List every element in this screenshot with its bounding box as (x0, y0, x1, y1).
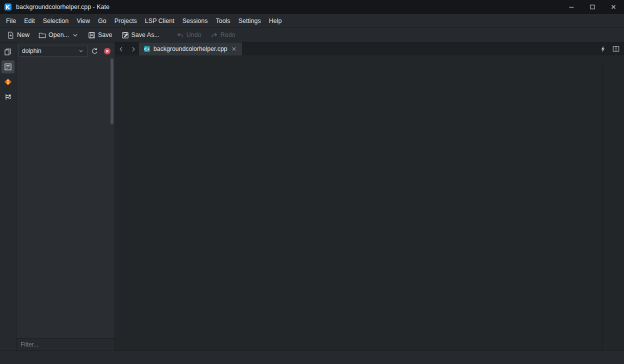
chevron-right-icon (130, 46, 136, 52)
save-as-label: Save As... (132, 31, 160, 38)
nav-back-button[interactable] (115, 42, 127, 55)
projects-icon (4, 63, 12, 71)
toolview-icon-strip (0, 42, 16, 351)
minimap[interactable] (602, 64, 624, 351)
minimize-button[interactable] (561, 0, 582, 14)
minimize-icon (568, 3, 575, 10)
menu-settings[interactable]: Settings (234, 15, 265, 26)
new-document-icon (7, 31, 14, 39)
project-selector-value: dolphin (22, 47, 42, 54)
undo-button[interactable]: Undo (172, 30, 206, 40)
maximize-icon (589, 3, 596, 10)
new-label: New (17, 31, 30, 38)
tab-bar: C+ backgroundcolorhelper.cpp (115, 42, 624, 55)
menu-go[interactable]: Go (94, 15, 110, 26)
code-editor[interactable] (115, 64, 602, 351)
projects-toolview-button[interactable] (2, 60, 14, 73)
editor-area: C+ backgroundcolorhelper.cpp (115, 42, 624, 351)
svg-text:C+: C+ (144, 47, 150, 51)
split-view-button[interactable] (610, 43, 622, 55)
open-label: Open... (48, 31, 69, 38)
documents-icon (4, 48, 12, 56)
kate-window: backgroundcolorhelper.cpp - Kate FileEdi… (0, 0, 624, 364)
menu-lsp-client[interactable]: LSP Client (141, 15, 178, 26)
window-controls (561, 0, 624, 14)
quick-open-button[interactable] (597, 43, 609, 55)
redo-label: Redo (220, 31, 236, 38)
menu-help[interactable]: Help (265, 15, 286, 26)
projects-sidebar: dolphin (16, 42, 115, 351)
undo-label: Undo (186, 31, 202, 38)
reload-project-button[interactable] (89, 45, 100, 56)
project-file-tree (16, 59, 114, 338)
menubar: FileEditSelectionViewGoProjectsLSP Clien… (0, 14, 624, 28)
breadcrumb (115, 55, 624, 64)
menu-view[interactable]: View (72, 15, 94, 26)
close-red-icon (104, 47, 111, 55)
lightning-icon (600, 45, 606, 52)
tab-title: backgroundcolorhelper.cpp (154, 45, 228, 52)
redo-icon (210, 31, 218, 39)
scrollbar-thumb[interactable] (110, 58, 114, 124)
close-icon (610, 3, 617, 10)
close-window-button[interactable] (603, 0, 624, 14)
symbols-icon (4, 93, 12, 101)
close-project-button[interactable] (102, 45, 112, 56)
chevron-down-icon (78, 48, 84, 54)
menu-sessions[interactable]: Sessions (178, 15, 212, 26)
save-as-button[interactable]: Save As... (118, 30, 164, 40)
sidebar-scrollbar[interactable] (110, 58, 114, 336)
refresh-icon (91, 47, 98, 55)
tabbar-actions (597, 42, 624, 55)
menu-tools[interactable]: Tools (212, 15, 234, 26)
main-area: dolphin C+ backgroundcolorhelper.cpp (0, 42, 624, 351)
save-as-icon (122, 31, 129, 39)
projects-sidebar-header: dolphin (16, 42, 114, 59)
tab-close-icon[interactable] (230, 45, 238, 52)
undo-icon (176, 31, 184, 39)
code-wrap (115, 64, 624, 351)
project-filter-input[interactable] (16, 338, 114, 351)
save-button[interactable]: Save (84, 30, 116, 40)
kate-logo-icon (4, 3, 12, 11)
chevron-down-icon (72, 31, 79, 39)
save-icon (88, 31, 96, 39)
tab-backgroundcolorhelper-cpp[interactable]: C+ backgroundcolorhelper.cpp (139, 42, 242, 55)
titlebar: backgroundcolorhelper.cpp - Kate (0, 0, 624, 14)
git-icon (4, 78, 12, 86)
symbols-toolview-button[interactable] (2, 90, 14, 103)
split-view-icon (612, 45, 620, 52)
nav-forward-button[interactable] (127, 42, 139, 55)
open-folder-icon (38, 31, 46, 39)
menu-projects[interactable]: Projects (110, 15, 141, 26)
save-label: Save (98, 31, 112, 38)
documents-toolview-button[interactable] (2, 45, 14, 58)
new-button[interactable]: New (3, 30, 34, 40)
maximize-button[interactable] (582, 0, 603, 14)
cpp-file-icon: C+ (144, 45, 150, 52)
redo-button[interactable]: Redo (206, 30, 240, 40)
git-toolview-button[interactable] (2, 75, 14, 88)
menu-file[interactable]: File (2, 15, 20, 26)
project-selector[interactable]: dolphin (18, 45, 88, 57)
menu-selection[interactable]: Selection (39, 15, 72, 26)
statusbar (0, 351, 624, 364)
chevron-left-icon (118, 46, 124, 52)
open-button[interactable]: Open... (34, 30, 83, 40)
window-title: backgroundcolorhelper.cpp - Kate (16, 3, 110, 10)
menu-edit[interactable]: Edit (20, 15, 39, 26)
toolbar: NewOpen...SaveSave As...UndoRedo (0, 28, 624, 42)
